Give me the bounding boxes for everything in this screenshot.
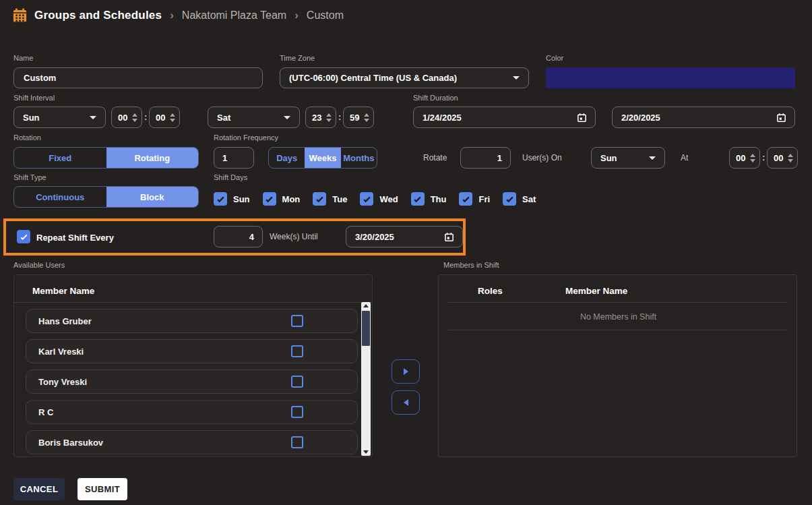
- checkbox-icon[interactable]: [411, 192, 425, 206]
- rotate-day-select[interactable]: Sun: [591, 147, 665, 169]
- available-users-panel: Member Name Hans GruberKarl VreskiTony V…: [13, 274, 373, 457]
- rotate-hour-spinner[interactable]: 00: [729, 147, 760, 169]
- breadcrumb-current: Custom: [307, 9, 344, 22]
- shift-day-thu[interactable]: Thu: [411, 192, 447, 206]
- shift-type-label: Shift Type: [13, 173, 46, 181]
- user-select-checkbox[interactable]: [291, 436, 303, 448]
- rotation-option-fixed[interactable]: Fixed: [14, 148, 106, 168]
- rotation-frequency-value: 1: [222, 153, 227, 163]
- name-value: Custom: [24, 73, 56, 83]
- checkbox-icon[interactable]: [263, 192, 276, 206]
- spinner-arrows-icon[interactable]: [170, 113, 175, 122]
- move-right-button[interactable]: [392, 359, 420, 384]
- user-select-checkbox[interactable]: [291, 315, 303, 327]
- shift-day-mon[interactable]: Mon: [263, 192, 301, 206]
- shift-type-option-continuous[interactable]: Continuous: [14, 187, 106, 207]
- user-select-checkbox[interactable]: [291, 376, 303, 388]
- scrollbar-thumb[interactable]: [362, 311, 370, 346]
- user-select-checkbox[interactable]: [291, 345, 303, 357]
- repeat-shift-label: Repeat Shift Every: [36, 233, 114, 243]
- rotate-count-input[interactable]: 1: [460, 147, 511, 169]
- divider: [14, 302, 372, 303]
- shift-days-label: Shift Days: [214, 173, 247, 181]
- rotation-frequency-input[interactable]: 1: [214, 147, 254, 169]
- end-minute-value: 59: [350, 113, 359, 123]
- start-date-value: 1/24/2025: [423, 113, 462, 123]
- shift-day-fri[interactable]: Fri: [459, 192, 490, 206]
- calendar-picker-icon[interactable]: [776, 112, 787, 123]
- spinner-arrows-icon[interactable]: [750, 154, 755, 162]
- shift-interval-end-day-select[interactable]: Sat: [208, 107, 300, 128]
- rotation-frequency-unit-toggle: Days Weeks Months: [268, 147, 377, 169]
- groups-and-schedules-page: Groups and Schedules › Nakatomi Plaza Te…: [0, 0, 812, 505]
- time-zone-select[interactable]: (UTC-06:00) Central Time (US & Canada): [280, 67, 529, 88]
- shift-interval-start-minute-spinner[interactable]: 00: [149, 107, 180, 128]
- end-date-value: 2/20/2025: [621, 113, 660, 123]
- arrow-right-icon: [404, 368, 408, 375]
- checkbox-icon[interactable]: [360, 192, 373, 206]
- users-on-label: User(s) On: [522, 153, 562, 162]
- unit-option-months[interactable]: Months: [341, 148, 377, 168]
- name-input[interactable]: Custom: [13, 67, 263, 88]
- shift-day-tue[interactable]: Tue: [313, 192, 347, 206]
- repeat-every-input[interactable]: 4: [214, 226, 263, 247]
- spinner-arrows-icon[interactable]: [364, 113, 369, 122]
- rotate-hour-value: 00: [736, 153, 745, 163]
- shift-interval-start-day-select[interactable]: Sun: [13, 107, 106, 128]
- scroll-down-icon[interactable]: [363, 450, 369, 454]
- scroll-up-icon[interactable]: [363, 304, 369, 307]
- available-users-list: Hans GruberKarl VreskiTony VreskiR CBori…: [26, 309, 358, 461]
- spinner-arrows-icon[interactable]: [326, 113, 332, 122]
- spinner-arrows-icon[interactable]: [132, 113, 137, 122]
- spinner-arrows-icon[interactable]: [788, 154, 793, 162]
- scrollbar[interactable]: [361, 302, 371, 456]
- breadcrumb-groups-and-schedules[interactable]: Groups and Schedules: [34, 9, 162, 22]
- rotation-frequency-label: Rotation Frequency: [214, 133, 278, 142]
- checkbox-icon[interactable]: [313, 192, 326, 206]
- user-row: Karl Vreski: [26, 339, 358, 363]
- user-row: Tony Vreski: [26, 369, 358, 394]
- user-row: Hans Gruber: [26, 309, 358, 333]
- time-zone-label: Time Zone: [280, 54, 315, 62]
- shift-duration-start-date[interactable]: 1/24/2025: [413, 107, 596, 128]
- calendar-picker-icon[interactable]: [576, 112, 588, 123]
- unit-option-days[interactable]: Days: [269, 148, 305, 168]
- shift-day-label: Sun: [233, 194, 250, 204]
- checkbox-icon[interactable]: [503, 192, 516, 206]
- start-hour-value: 00: [118, 113, 127, 123]
- user-select-checkbox[interactable]: [291, 406, 303, 418]
- cancel-button[interactable]: CANCEL: [13, 478, 65, 500]
- calendar-picker-icon[interactable]: [443, 231, 455, 243]
- checkbox-icon[interactable]: [459, 192, 472, 206]
- repeat-shift-checkbox[interactable]: [17, 230, 30, 243]
- repeat-until-date[interactable]: 3/20/2025: [346, 226, 463, 247]
- end-hour-value: 23: [312, 113, 321, 123]
- shift-duration-label: Shift Duration: [413, 94, 458, 102]
- no-members-message: No Members in Shift: [439, 312, 798, 322]
- rotation-option-rotating[interactable]: Rotating: [106, 148, 199, 168]
- shift-interval-end-minute-spinner[interactable]: 59: [343, 107, 374, 128]
- repeat-shift-highlight-section: Repeat Shift Every 4 Week(s) Until 3/20/…: [3, 218, 466, 256]
- user-name: R C: [38, 407, 53, 417]
- shift-interval-start-hour-spinner[interactable]: 00: [111, 107, 142, 128]
- unit-option-weeks[interactable]: Weeks: [305, 148, 340, 168]
- repeat-every-value: 4: [249, 232, 254, 242]
- shift-day-wed[interactable]: Wed: [360, 192, 398, 206]
- color-swatch[interactable]: [546, 67, 795, 88]
- checkbox-icon[interactable]: [214, 192, 227, 206]
- members-in-shift-label: Members in Shift: [443, 261, 499, 269]
- breadcrumb-team[interactable]: Nakatomi Plaza Team: [182, 9, 286, 22]
- time-colon: :: [144, 112, 147, 122]
- rotate-minute-spinner[interactable]: 00: [767, 147, 798, 169]
- members-in-shift-panel: Roles Member Name No Members in Shift: [438, 274, 797, 457]
- divider: [448, 330, 787, 330]
- shift-duration-end-date[interactable]: 2/20/2025: [612, 107, 795, 128]
- shift-day-sat[interactable]: Sat: [503, 192, 536, 206]
- submit-button[interactable]: SUBMIT: [77, 478, 127, 500]
- shift-interval-end-hour-spinner[interactable]: 23: [305, 107, 336, 128]
- member-name-column-header: Member Name: [32, 286, 94, 296]
- move-left-button[interactable]: [392, 390, 420, 415]
- chevron-down-icon: [513, 76, 520, 80]
- shift-day-sun[interactable]: Sun: [214, 192, 250, 206]
- shift-type-option-block[interactable]: Block: [106, 187, 199, 207]
